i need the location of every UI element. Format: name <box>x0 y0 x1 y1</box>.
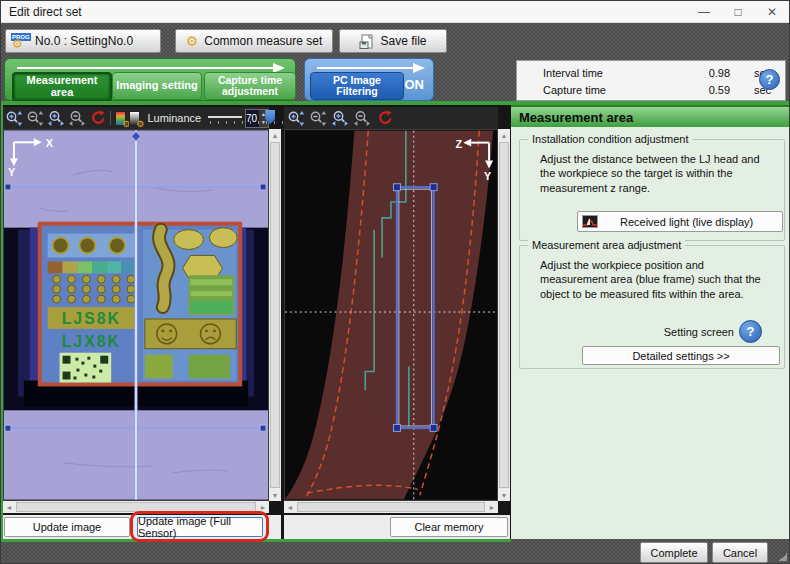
camera-vertical-scrollbar[interactable]: ▲ ▼ <box>269 129 281 501</box>
camera-view-toolbar: ⚙ ⚙ Luminance 70 ▲ ▼ <box>3 107 269 129</box>
profile-vertical-scrollbar[interactable]: ▲ ▼ <box>498 129 510 501</box>
scroll-up-icon[interactable]: ▲ <box>269 129 281 141</box>
zoom-out-vertical-icon[interactable] <box>26 109 44 127</box>
zoom-out-horizontal-icon[interactable] <box>68 109 86 127</box>
area-adjustment-description: Adjust the workpiece position and measur… <box>540 258 772 301</box>
installation-condition-group: Installation condition adjustment Adjust… <box>519 139 785 241</box>
zoom-out-vertical-icon[interactable] <box>308 109 327 127</box>
scrollbar-thumb[interactable] <box>297 502 485 512</box>
zoom-in-vertical-icon[interactable] <box>286 109 305 127</box>
scroll-up-icon[interactable]: ▲ <box>498 129 510 141</box>
complete-button[interactable]: Complete <box>640 542 708 563</box>
tab-measurement-area[interactable]: Measurement area <box>12 72 112 102</box>
clear-memory-button[interactable]: Clear memory <box>390 517 508 537</box>
received-light-button[interactable]: Received light (live display) <box>577 211 783 232</box>
update-image-full-sensor-button[interactable]: Update image (Full Sensor) <box>137 517 263 537</box>
scrollbar-thumb[interactable] <box>16 502 256 512</box>
close-button[interactable]: ✕ <box>755 2 789 22</box>
title-bar: Edit direct set — □ ✕ <box>1 1 789 23</box>
luminance-slider[interactable] <box>208 109 242 127</box>
reset-view-icon[interactable] <box>89 109 105 127</box>
camera-horizontal-scrollbar[interactable]: ◄ ► <box>3 501 269 513</box>
tab-imaging-setting[interactable]: Imaging setting <box>112 72 202 100</box>
received-light-waveform-icon <box>582 215 598 228</box>
maximize-button[interactable]: □ <box>721 2 755 22</box>
profile-view-toolbar <box>284 107 498 129</box>
color-palette-setting-icon[interactable]: ⚙ <box>115 109 126 127</box>
installation-group-title: Installation condition adjustment <box>528 133 693 145</box>
axis-y-label: Y <box>8 166 16 178</box>
zoom-in-vertical-icon[interactable] <box>5 109 23 127</box>
camera-image-view[interactable]: LJS8K LJX8K <box>3 129 269 501</box>
luminance-label: Luminance <box>147 112 201 124</box>
resize-grip[interactable] <box>779 553 787 561</box>
program-icon: PROG ⚙ <box>11 33 29 49</box>
scroll-down-icon[interactable]: ▼ <box>269 489 281 501</box>
scroll-right-icon[interactable]: ► <box>486 501 498 513</box>
axis-x-label: X <box>46 137 54 149</box>
measurement-area-adjustment-group: Measurement area adjustment Adjust the w… <box>519 245 785 369</box>
right-panel-body: Installation condition adjustment Adjust… <box>511 127 790 539</box>
capture-time-row: Capture time 0.59 sec <box>517 81 785 98</box>
pc-image-filtering-group: PC Image Filtering ON <box>304 58 434 101</box>
gear-icon: ⚙ <box>12 38 23 50</box>
axis-y-label: Y <box>484 170 492 182</box>
zoom-in-horizontal-icon[interactable] <box>330 109 349 127</box>
scrollbar-thumb[interactable] <box>270 142 280 488</box>
save-icon <box>359 34 374 49</box>
gray-palette-setting-icon[interactable]: ⚙ <box>129 109 140 127</box>
detailed-settings-button[interactable]: Detailed settings >> <box>582 346 780 365</box>
area-adjustment-group-title: Measurement area adjustment <box>528 239 685 251</box>
workpiece-text-ljs8k: LJS8K <box>62 310 121 327</box>
profile-horizontal-scrollbar[interactable]: ◄ ► <box>284 501 498 513</box>
scroll-right-icon[interactable]: ► <box>257 501 269 513</box>
common-measure-set-button[interactable]: ⚙ Common measure set <box>175 29 333 53</box>
reset-view-icon[interactable] <box>374 109 393 127</box>
common-measure-set-label: Common measure set <box>204 34 322 48</box>
update-image-button[interactable]: Update image <box>4 517 130 537</box>
setting-number-label: No.0 : SettingNo.0 <box>35 34 133 48</box>
setting-screen-help-icon[interactable]: ? <box>739 320 762 343</box>
setting-number-button[interactable]: PROG ⚙ No.0 : SettingNo.0 <box>5 29 161 53</box>
interval-time-row: Interval time 0.98 sec <box>517 64 785 81</box>
window-title: Edit direct set <box>1 5 687 19</box>
tab-capture-time-adjustment[interactable]: Capture time adjustment <box>204 72 296 100</box>
zoom-out-horizontal-icon[interactable] <box>352 109 371 127</box>
setting-screen-label: Setting screen <box>664 326 734 338</box>
scroll-down-icon[interactable]: ▼ <box>498 489 510 501</box>
pc-filter-state-label: ON <box>405 77 425 92</box>
workpiece-text-ljx8k: LJX8K <box>62 333 121 350</box>
installation-description: Adjust the distance between the LJ head … <box>540 152 772 195</box>
right-panel-header: Measurement area <box>511 105 790 127</box>
axis-z-label: Z <box>455 138 462 150</box>
measure-flow-tab-group: Measurement area Imaging setting Capture… <box>4 58 296 101</box>
edit-direct-set-window: Edit direct set — □ ✕ PROG ⚙ No.0 : Sett… <box>0 0 790 564</box>
save-file-button[interactable]: Save file <box>339 29 447 53</box>
gear-icon: ⚙ <box>186 34 199 48</box>
timing-help-icon[interactable]: ? <box>759 69 780 90</box>
timing-info-box: Interval time 0.98 sec Capture time 0.59… <box>516 60 786 101</box>
zoom-in-horizontal-icon[interactable] <box>47 109 65 127</box>
scrollbar-thumb[interactable] <box>499 142 509 488</box>
profile-view[interactable]: Z Y <box>284 129 498 501</box>
minimize-button[interactable]: — <box>687 2 721 22</box>
scroll-left-icon[interactable]: ◄ <box>3 501 15 513</box>
save-file-label: Save file <box>380 34 426 48</box>
scroll-left-icon[interactable]: ◄ <box>284 501 296 513</box>
cancel-button[interactable]: Cancel <box>712 542 768 563</box>
tab-pc-image-filtering[interactable]: PC Image Filtering <box>310 72 404 100</box>
